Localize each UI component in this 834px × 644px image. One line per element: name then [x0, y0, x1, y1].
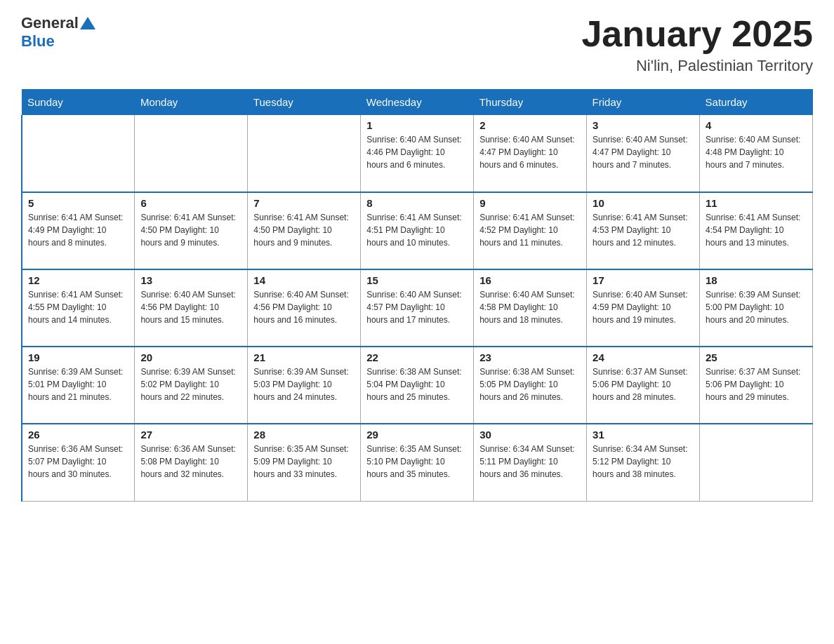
header-row: SundayMondayTuesdayWednesdayThursdayFrid…: [22, 89, 813, 115]
day-info: Sunrise: 6:41 AM Sunset: 4:51 PM Dayligh…: [366, 211, 468, 249]
day-info: Sunrise: 6:41 AM Sunset: 4:52 PM Dayligh…: [479, 211, 581, 249]
calendar-cell: 21Sunrise: 6:39 AM Sunset: 5:03 PM Dayli…: [248, 347, 361, 424]
day-number: 25: [706, 351, 807, 363]
day-number: 5: [28, 197, 128, 209]
day-number: 29: [366, 429, 468, 441]
calendar-cell: 31Sunrise: 6:34 AM Sunset: 5:12 PM Dayli…: [587, 424, 700, 501]
day-number: 31: [593, 429, 694, 441]
calendar-cell: [700, 424, 813, 501]
month-title: January 2025: [581, 14, 813, 54]
day-of-week-header: Monday: [135, 89, 248, 115]
day-number: 10: [593, 197, 694, 209]
day-number: 30: [479, 429, 581, 441]
calendar-cell: [248, 115, 361, 192]
week-row: 12Sunrise: 6:41 AM Sunset: 4:55 PM Dayli…: [22, 269, 813, 347]
calendar-table: SundayMondayTuesdayWednesdayThursdayFrid…: [21, 89, 813, 502]
week-row: 19Sunrise: 6:39 AM Sunset: 5:01 PM Dayli…: [22, 347, 813, 424]
logo: General Blue: [21, 14, 95, 51]
day-info: Sunrise: 6:40 AM Sunset: 4:48 PM Dayligh…: [706, 133, 807, 171]
day-number: 2: [479, 119, 581, 131]
day-info: Sunrise: 6:40 AM Sunset: 4:58 PM Dayligh…: [479, 288, 581, 326]
day-info: Sunrise: 6:39 AM Sunset: 5:01 PM Dayligh…: [28, 365, 128, 403]
week-row: 26Sunrise: 6:36 AM Sunset: 5:07 PM Dayli…: [22, 424, 813, 501]
calendar-cell: 12Sunrise: 6:41 AM Sunset: 4:55 PM Dayli…: [22, 269, 135, 347]
logo-triangle-icon: [80, 17, 95, 29]
day-number: 12: [28, 274, 128, 286]
day-number: 1: [366, 119, 468, 131]
day-info: Sunrise: 6:39 AM Sunset: 5:02 PM Dayligh…: [140, 365, 241, 403]
calendar-cell: 18Sunrise: 6:39 AM Sunset: 5:00 PM Dayli…: [700, 269, 813, 347]
calendar-cell: 11Sunrise: 6:41 AM Sunset: 4:54 PM Dayli…: [700, 192, 813, 269]
week-row: 5Sunrise: 6:41 AM Sunset: 4:49 PM Daylig…: [22, 192, 813, 269]
day-info: Sunrise: 6:40 AM Sunset: 4:59 PM Dayligh…: [593, 288, 694, 326]
calendar-cell: 1Sunrise: 6:40 AM Sunset: 4:46 PM Daylig…: [361, 115, 474, 192]
day-info: Sunrise: 6:37 AM Sunset: 5:06 PM Dayligh…: [706, 365, 807, 403]
location-title: Ni'lin, Palestinian Territory: [581, 57, 813, 75]
calendar-cell: 3Sunrise: 6:40 AM Sunset: 4:47 PM Daylig…: [587, 115, 700, 192]
day-number: 13: [140, 274, 241, 286]
calendar-cell: 7Sunrise: 6:41 AM Sunset: 4:50 PM Daylig…: [248, 192, 361, 269]
day-info: Sunrise: 6:40 AM Sunset: 4:46 PM Dayligh…: [366, 133, 468, 171]
title-block: January 2025 Ni'lin, Palestinian Territo…: [581, 14, 813, 75]
day-info: Sunrise: 6:38 AM Sunset: 5:04 PM Dayligh…: [366, 365, 468, 403]
calendar-cell: 30Sunrise: 6:34 AM Sunset: 5:11 PM Dayli…: [474, 424, 587, 501]
day-of-week-header: Wednesday: [361, 89, 474, 115]
calendar-cell: 22Sunrise: 6:38 AM Sunset: 5:04 PM Dayli…: [361, 347, 474, 424]
calendar-cell: 16Sunrise: 6:40 AM Sunset: 4:58 PM Dayli…: [474, 269, 587, 347]
day-info: Sunrise: 6:41 AM Sunset: 4:55 PM Dayligh…: [28, 288, 128, 326]
calendar-cell: 19Sunrise: 6:39 AM Sunset: 5:01 PM Dayli…: [22, 347, 135, 424]
calendar-cell: 29Sunrise: 6:35 AM Sunset: 5:10 PM Dayli…: [361, 424, 474, 501]
day-info: Sunrise: 6:36 AM Sunset: 5:08 PM Dayligh…: [140, 443, 241, 481]
calendar-cell: 14Sunrise: 6:40 AM Sunset: 4:56 PM Dayli…: [248, 269, 361, 347]
day-number: 14: [253, 274, 355, 286]
day-info: Sunrise: 6:34 AM Sunset: 5:12 PM Dayligh…: [593, 443, 694, 481]
day-number: 22: [366, 351, 468, 363]
day-of-week-header: Sunday: [22, 89, 135, 115]
calendar-cell: 6Sunrise: 6:41 AM Sunset: 4:50 PM Daylig…: [135, 192, 248, 269]
logo-blue-text: Blue: [21, 32, 55, 50]
calendar-cell: 23Sunrise: 6:38 AM Sunset: 5:05 PM Dayli…: [474, 347, 587, 424]
day-number: 28: [253, 429, 355, 441]
day-number: 6: [140, 197, 241, 209]
calendar-cell: 28Sunrise: 6:35 AM Sunset: 5:09 PM Dayli…: [248, 424, 361, 501]
calendar-cell: 15Sunrise: 6:40 AM Sunset: 4:57 PM Dayli…: [361, 269, 474, 347]
day-of-week-header: Friday: [587, 89, 700, 115]
day-info: Sunrise: 6:40 AM Sunset: 4:47 PM Dayligh…: [593, 133, 694, 171]
day-info: Sunrise: 6:40 AM Sunset: 4:47 PM Dayligh…: [479, 133, 581, 171]
calendar-cell: 17Sunrise: 6:40 AM Sunset: 4:59 PM Dayli…: [587, 269, 700, 347]
day-info: Sunrise: 6:40 AM Sunset: 4:57 PM Dayligh…: [366, 288, 468, 326]
day-number: 17: [593, 274, 694, 286]
day-number: 11: [706, 197, 807, 209]
day-info: Sunrise: 6:41 AM Sunset: 4:49 PM Dayligh…: [28, 211, 128, 249]
calendar-cell: [22, 115, 135, 192]
day-number: 27: [140, 429, 241, 441]
day-info: Sunrise: 6:36 AM Sunset: 5:07 PM Dayligh…: [28, 443, 128, 481]
day-info: Sunrise: 6:34 AM Sunset: 5:11 PM Dayligh…: [479, 443, 581, 481]
calendar-cell: 8Sunrise: 6:41 AM Sunset: 4:51 PM Daylig…: [361, 192, 474, 269]
day-number: 20: [140, 351, 241, 363]
svg-marker-0: [80, 17, 95, 29]
day-number: 3: [593, 119, 694, 131]
day-of-week-header: Saturday: [700, 89, 813, 115]
day-number: 4: [706, 119, 807, 131]
day-number: 8: [366, 197, 468, 209]
calendar-cell: 25Sunrise: 6:37 AM Sunset: 5:06 PM Dayli…: [700, 347, 813, 424]
day-number: 7: [253, 197, 355, 209]
logo-general-text: General: [21, 14, 79, 32]
day-info: Sunrise: 6:39 AM Sunset: 5:03 PM Dayligh…: [253, 365, 355, 403]
calendar-cell: 10Sunrise: 6:41 AM Sunset: 4:53 PM Dayli…: [587, 192, 700, 269]
calendar-cell: 26Sunrise: 6:36 AM Sunset: 5:07 PM Dayli…: [22, 424, 135, 501]
calendar-cell: 5Sunrise: 6:41 AM Sunset: 4:49 PM Daylig…: [22, 192, 135, 269]
day-number: 19: [28, 351, 128, 363]
day-info: Sunrise: 6:41 AM Sunset: 4:53 PM Dayligh…: [593, 211, 694, 249]
day-info: Sunrise: 6:37 AM Sunset: 5:06 PM Dayligh…: [593, 365, 694, 403]
day-info: Sunrise: 6:39 AM Sunset: 5:00 PM Dayligh…: [706, 288, 807, 326]
day-number: 9: [479, 197, 581, 209]
day-number: 16: [479, 274, 581, 286]
calendar-cell: 20Sunrise: 6:39 AM Sunset: 5:02 PM Dayli…: [135, 347, 248, 424]
calendar-cell: 13Sunrise: 6:40 AM Sunset: 4:56 PM Dayli…: [135, 269, 248, 347]
calendar-cell: [135, 115, 248, 192]
day-number: 26: [28, 429, 128, 441]
day-info: Sunrise: 6:35 AM Sunset: 5:09 PM Dayligh…: [253, 443, 355, 481]
day-number: 15: [366, 274, 468, 286]
